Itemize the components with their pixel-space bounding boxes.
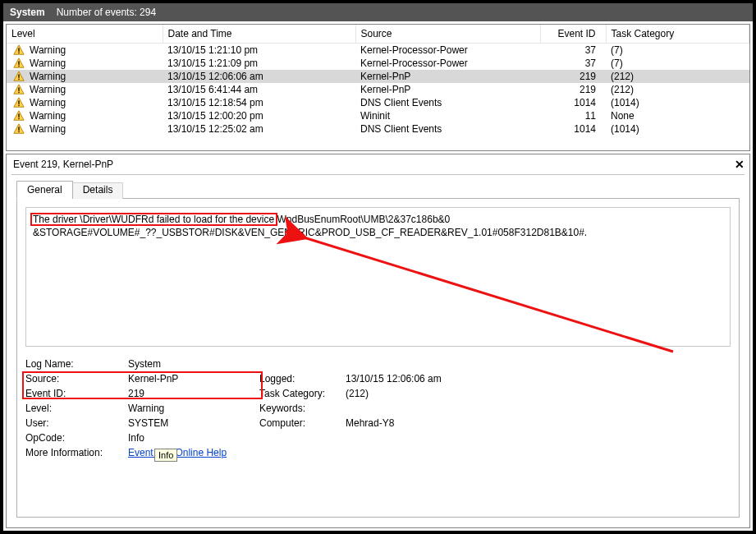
task-cell: (7) [606,44,749,58]
warning-icon [13,58,25,69]
source-cell: Wininit [355,109,540,122]
svg-rect-10 [18,113,19,117]
logname-value: System [128,358,493,370]
level-text: Warning [30,123,66,135]
svg-rect-1 [18,53,19,53]
task-cell: None [606,109,749,122]
source-cell: Kernel-PnP [355,83,540,96]
warning-icon [13,71,25,82]
level-value: Warning [128,403,259,414]
table-row[interactable]: Warning13/10/15 1:21:10 pmKernel-Process… [7,44,749,58]
date-cell: 13/10/15 1:21:09 pm [163,57,355,70]
events-table-scroll[interactable]: Level Date and Time Source Event ID Task… [7,25,749,150]
event-count-label: Number of events: 294 [57,7,156,18]
close-icon[interactable]: ✕ [735,158,745,171]
events-table: Level Date and Time Source Event ID Task… [7,25,749,136]
task-cell: (212) [606,70,749,83]
task-cell: (212) [606,83,749,96]
date-cell: 13/10/15 1:21:10 pm [163,44,355,58]
logged-value: 13/10/15 12:06:06 am [346,373,493,384]
svg-rect-13 [18,131,19,132]
col-header-level[interactable]: Level [7,25,163,44]
level-text: Warning [30,58,66,69]
date-cell: 13/10/15 12:18:54 pm [163,96,355,109]
source-cell: DNS Client Events [355,122,540,136]
title-bar: System Number of events: 294 [3,3,753,21]
computer-label: Computer: [259,417,346,429]
source-label: Source: [25,373,128,384]
user-value: SYSTEM [128,417,259,429]
table-row[interactable]: Warning13/10/15 12:18:54 pmDNS Client Ev… [7,96,749,109]
source-cell: Kernel-Processor-Power [355,44,540,58]
tab-details[interactable]: Details [72,182,124,199]
svg-rect-7 [18,92,19,93]
task-cell: (1014) [606,96,749,109]
svg-rect-4 [18,74,19,77]
description-text-2: &STORAGE#VOLUME#_??_USBSTOR#DISK&VEN_GEN… [33,227,587,238]
level-text: Warning [30,44,66,56]
date-cell: 13/10/15 12:00:20 pm [163,109,355,122]
warning-icon [13,123,25,135]
date-cell: 13/10/15 12:06:06 am [163,70,355,83]
level-text: Warning [30,84,66,95]
source-cell: Kernel-Processor-Power [355,57,540,70]
svg-rect-2 [18,61,19,64]
description-text-1b: WpdBusEnumRoot\UMB\2&37c186b&0 [277,214,450,225]
table-row[interactable]: Warning13/10/15 12:00:20 pmWininit11None [7,109,749,122]
eventid-cell: 219 [540,70,606,83]
taskcat-label: Task Category: [259,388,346,399]
task-cell: (7) [606,57,749,70]
events-list-panel: Level Date and Time Source Event ID Task… [6,24,750,151]
event-description[interactable]: The driver \Driver\WUDFRd failed to load… [25,207,731,347]
source-value: Kernel-PnP [128,373,259,384]
col-header-eventid[interactable]: Event ID [540,25,606,44]
logged-label: Logged: [259,373,346,384]
col-header-task[interactable]: Task Category [606,25,749,44]
task-cell: (1014) [606,122,749,136]
col-header-source[interactable]: Source [355,25,540,44]
opcode-label: OpCode: [25,432,128,444]
keywords-label: Keywords: [259,403,346,414]
warning-icon [13,97,25,108]
description-highlighted: The driver \Driver\WUDFRd failed to load… [33,214,277,225]
eventid-cell: 219 [540,83,606,96]
svg-rect-5 [18,79,19,80]
col-header-date[interactable]: Date and Time [163,25,355,44]
warning-icon [13,110,25,122]
table-row[interactable]: Warning13/10/15 12:06:06 amKernel-PnP219… [7,70,749,83]
svg-rect-11 [18,118,19,119]
table-row[interactable]: Warning13/10/15 6:41:44 amKernel-PnP219(… [7,83,749,96]
eventid-value: 219 [128,388,259,399]
opcode-value: Info [128,432,493,444]
moreinfo-label: More Information: [25,447,128,458]
source-cell: DNS Client Events [355,96,540,109]
level-text: Warning [30,71,66,82]
level-label: Level: [25,403,128,414]
svg-rect-0 [18,48,19,51]
svg-rect-3 [18,66,19,67]
table-row[interactable]: Warning13/10/15 12:25:02 amDNS Client Ev… [7,122,749,136]
computer-value: Mehrad-Y8 [346,417,493,429]
log-channel-name: System [10,7,45,18]
date-cell: 13/10/15 6:41:44 am [163,83,355,96]
table-row[interactable]: Warning13/10/15 1:21:09 pmKernel-Process… [7,57,749,70]
tooltip: Info [154,449,177,462]
date-cell: 13/10/15 12:25:02 am [163,122,355,136]
svg-rect-6 [18,87,19,90]
svg-rect-9 [18,105,19,106]
level-text: Warning [30,110,66,122]
eventid-cell: 11 [540,109,606,122]
logname-label: Log Name: [25,358,128,370]
eventid-cell: 1014 [540,96,606,109]
svg-rect-12 [18,127,19,130]
eventid-label: Event ID: [25,388,128,399]
taskcat-value: (212) [346,388,493,399]
keywords-value [346,403,493,414]
eventid-cell: 37 [540,57,606,70]
user-label: User: [25,417,128,429]
tab-general[interactable]: General [16,181,73,199]
warning-icon [13,44,25,56]
event-detail-panel: Event 219, Kernel-PnP ✕ General Details … [6,154,750,528]
eventid-cell: 1014 [540,122,606,136]
eventid-cell: 37 [540,44,606,58]
